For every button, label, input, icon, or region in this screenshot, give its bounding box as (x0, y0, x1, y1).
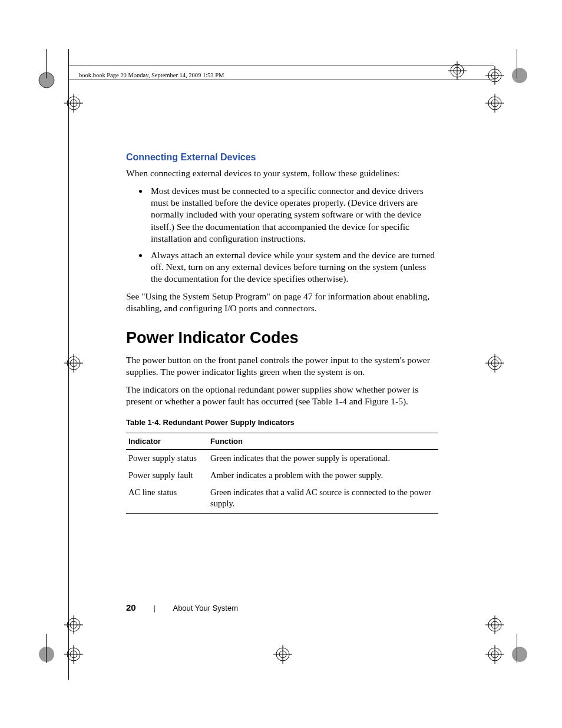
registration-mark-icon (62, 91, 85, 115)
table-cell-function: Green indicates that the power supply is… (208, 450, 438, 467)
bullet-list: Most devices must be connected to a spec… (126, 185, 438, 285)
svg-point-9 (39, 647, 54, 662)
crop-tick (46, 634, 47, 663)
registration-mark-icon (35, 643, 58, 666)
subheading-connecting: Connecting External Devices (126, 152, 438, 163)
svg-point-8 (512, 68, 527, 83)
svg-point-10 (512, 647, 527, 662)
table-indicators: Indicator Function Power supply status G… (126, 433, 438, 514)
registration-mark-icon (445, 59, 469, 83)
svg-point-7 (39, 73, 54, 88)
table-cell-function: Amber indicates a problem with the power… (208, 467, 438, 484)
table-cell-function: Green indicates that a valid AC source i… (208, 484, 438, 514)
crop-tick (517, 634, 517, 663)
registration-mark-icon (508, 64, 531, 87)
registration-mark-icon (483, 64, 507, 87)
table-cell-indicator: AC line status (126, 484, 208, 514)
paragraph-power1: The power button on the front panel cont… (126, 354, 438, 378)
crop-rule-top (68, 65, 494, 65)
page-footer: 20 About Your System (126, 602, 238, 612)
table-header-function: Function (208, 433, 438, 450)
registration-mark-icon (508, 643, 531, 666)
table-row: AC line status Green indicates that a va… (126, 484, 438, 514)
list-item: Most devices must be connected to a spec… (148, 185, 438, 245)
table-cell-indicator: Power supply status (126, 450, 208, 467)
page-header-crop: book.book Page 20 Monday, September 14, … (79, 72, 224, 78)
table-header-indicator: Indicator (126, 433, 208, 450)
table-cell-indicator: Power supply fault (126, 467, 208, 484)
registration-mark-icon (35, 68, 58, 92)
crop-rule-top2 (68, 80, 494, 80)
svg-point-6 (39, 73, 54, 88)
registration-mark-icon (62, 643, 85, 666)
registration-mark-icon (483, 643, 507, 666)
registration-mark-icon (271, 643, 295, 666)
heading-power-indicator: Power Indicator Codes (126, 329, 438, 347)
registration-mark-icon (62, 351, 85, 375)
footer-section-title: About Your System (173, 604, 238, 612)
paragraph-power2: The indicators on the optional redundant… (126, 384, 438, 407)
paragraph-see-also: See "Using the System Setup Program" on … (126, 291, 438, 314)
paragraph-intro: When connecting external devices to your… (126, 167, 438, 179)
registration-mark-icon (483, 351, 507, 375)
registration-mark-icon (483, 91, 507, 115)
table-row: Power supply status Green indicates that… (126, 450, 438, 467)
table-caption: Table 1-4. Redundant Power Supply Indica… (126, 418, 438, 427)
crop-tick (517, 49, 517, 78)
registration-mark-icon (483, 613, 507, 637)
page-content: Connecting External Devices When connect… (126, 152, 438, 514)
crop-tick (46, 49, 47, 78)
page-number: 20 (126, 602, 136, 612)
table-row: Power supply fault Amber indicates a pro… (126, 467, 438, 484)
registration-mark-icon (62, 613, 85, 637)
list-item: Always attach an external device while y… (148, 249, 438, 285)
crop-rule-left (68, 49, 69, 680)
